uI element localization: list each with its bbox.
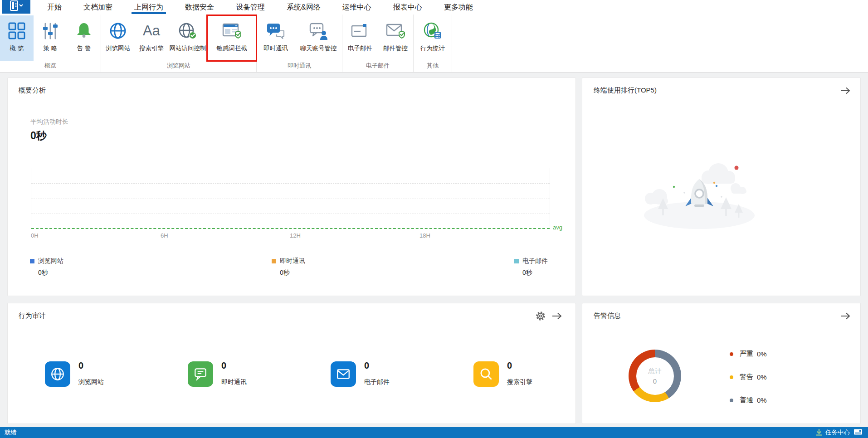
empty-state-illustration <box>625 153 775 236</box>
ribbon-item-search-engine[interactable]: Aa 搜索引擎 <box>135 15 168 61</box>
ribbon-item-site-access-control[interactable]: 网站访问控制 <box>168 15 207 61</box>
legend-value: 0秒 <box>38 269 63 277</box>
ribbon-item-sensitive-word-block[interactable]: 敏感词拦截 <box>207 15 256 61</box>
alarm-info-card: 告警信息 总计 0 严重 0% 警告 0% 普通 0% <box>582 303 861 424</box>
ribbon-group-overview: 概 览 策 略 <box>0 15 101 72</box>
arrow-right-icon[interactable] <box>551 311 563 321</box>
ribbon-item-email[interactable]: 电子邮件 <box>342 15 378 61</box>
menu-item-ops-center[interactable]: 运维中心 <box>332 0 382 15</box>
menu-item-system-network[interactable]: 系统&网络 <box>276 0 332 15</box>
ribbon-group-im: 即时通讯 聊天账号管控 即时通讯 <box>257 15 342 72</box>
ribbon-item-label: 敏感词拦截 <box>216 44 247 53</box>
legend-label: 电子邮件 <box>522 257 548 265</box>
mail-icon <box>350 19 370 43</box>
overview-card: 概要分析 平均活动时长 0秒 avg 0H 6H 12H 18H 浏览网站 0秒… <box>7 78 576 296</box>
legend-label: 严重 <box>740 350 753 358</box>
audit-card-title: 行为审计 <box>19 311 46 320</box>
top-menu-bar: 开始 文档加密 上网行为 数据安全 设备管理 系统&网络 运维中心 报表中心 更… <box>0 0 868 15</box>
menu-item-device-mgmt[interactable]: 设备管理 <box>225 0 276 15</box>
task-center-button[interactable]: 任务中心 <box>815 428 850 437</box>
ribbon-item-chat-account-control[interactable]: 聊天账号管控 <box>295 15 342 61</box>
alarm-legend-warning: 警告 0% <box>730 373 767 381</box>
ribbon-item-behavior-stats[interactable]: 行为统计 <box>414 15 452 61</box>
sliders-icon <box>41 19 59 43</box>
ribbon-group-label: 即时通讯 <box>257 61 342 73</box>
ribbon-group-other: 行为统计 其他 <box>414 15 452 72</box>
top5-ranking-card: 终端使用排行(TOP5) <box>582 78 861 296</box>
message-panel-icon[interactable] <box>853 428 863 437</box>
menu-item-data-security[interactable]: 数据安全 <box>174 0 225 15</box>
legend-dot <box>730 399 733 402</box>
grid-icon <box>8 19 26 43</box>
ribbon-item-mail-control[interactable]: 邮件管控 <box>378 15 413 61</box>
status-ready-text: 就绪 <box>5 428 17 437</box>
behavior-audit-card: 行为审计 0 浏览网站 <box>7 303 576 424</box>
globe-icon <box>109 19 127 43</box>
stat-search-engine: 0 搜索引擎 <box>473 361 532 387</box>
avg-activity-value: 0秒 <box>30 129 47 143</box>
arrow-right-icon[interactable] <box>839 311 851 321</box>
legend-value: 0秒 <box>280 269 305 277</box>
legend-label: 普通 <box>740 396 753 404</box>
menu-item-report-center[interactable]: 报表中心 <box>382 0 433 15</box>
main-menu: 开始 文档加密 上网行为 数据安全 设备管理 系统&网络 运维中心 报表中心 更… <box>36 0 484 15</box>
ribbon-item-label: 策 略 <box>44 44 58 53</box>
ribbon-item-label: 网站访问控制 <box>170 44 206 53</box>
menu-item-web-behavior[interactable]: 上网行为 <box>123 0 174 15</box>
legend-label: 浏览网站 <box>38 257 63 265</box>
stat-email: 0 电子邮件 <box>331 361 390 387</box>
legend-swatch <box>30 259 34 263</box>
stat-label: 电子邮件 <box>364 378 390 386</box>
ribbon-group-label: 概览 <box>0 61 101 73</box>
alarm-donut-chart: 总计 0 <box>629 350 681 402</box>
ribbon-item-label: 行为统计 <box>420 44 445 53</box>
globe-check-icon <box>178 19 198 43</box>
legend-label: 即时通讯 <box>280 257 305 265</box>
legend-pct: 0% <box>757 350 767 358</box>
download-icon <box>815 428 823 437</box>
mail-icon <box>331 361 356 387</box>
alarm-legend-critical: 严重 0% <box>730 350 767 358</box>
ribbon-item-label: 聊天账号管控 <box>300 44 337 53</box>
stat-value: 0 <box>364 360 390 371</box>
legend-pct: 0% <box>757 373 767 381</box>
legend-label: 警告 <box>740 373 753 381</box>
app-menu-button[interactable] <box>2 0 30 14</box>
menu-item-doc-encrypt[interactable]: 文档加密 <box>73 0 123 15</box>
stat-value: 0 <box>507 360 532 371</box>
search-icon <box>473 361 499 387</box>
ribbon-item-overview[interactable]: 概 览 <box>0 15 34 61</box>
stat-label: 即时通讯 <box>221 378 247 386</box>
chat-icon <box>188 361 213 387</box>
ribbon-item-instant-messaging[interactable]: 即时通讯 <box>257 15 295 61</box>
avg-line-label: avg <box>553 224 562 231</box>
alarm-card-title: 告警信息 <box>594 311 621 320</box>
font-icon: Aa <box>143 19 160 43</box>
activity-line-chart <box>31 168 550 229</box>
arrow-right-icon[interactable] <box>839 85 851 96</box>
legend-item: 电子邮件 0秒 <box>514 257 548 277</box>
globe-stats-icon <box>423 19 443 43</box>
ribbon-group-label: 其他 <box>414 61 452 73</box>
x-tick: 6H <box>161 232 168 239</box>
avg-reference-line <box>31 228 550 229</box>
stat-label: 搜索引擎 <box>507 378 532 386</box>
menu-item-more[interactable]: 更多功能 <box>433 0 484 15</box>
ribbon-group-label: 电子邮件 <box>342 61 413 73</box>
legend-dot <box>730 352 733 356</box>
ribbon-group-label: 浏览网站 <box>101 61 256 73</box>
overview-card-title: 概要分析 <box>19 86 46 95</box>
stat-label: 浏览网站 <box>78 378 104 386</box>
legend-value: 0秒 <box>522 269 548 277</box>
ribbon-item-label: 概 览 <box>10 44 24 53</box>
ribbon-item-alert[interactable]: 告 警 <box>67 15 101 61</box>
ribbon-group-web: 浏览网站 Aa 搜索引擎 网站访问控制 <box>101 15 257 72</box>
x-tick: 18H <box>419 232 430 239</box>
ribbon-item-policy[interactable]: 策 略 <box>34 15 67 61</box>
menu-item-start[interactable]: 开始 <box>36 0 73 15</box>
ribbon-item-label: 邮件管控 <box>383 44 408 53</box>
globe-icon <box>45 361 70 387</box>
ribbon-item-browse-site[interactable]: 浏览网站 <box>101 15 135 61</box>
top5-card-title: 终端使用排行(TOP5) <box>594 86 657 95</box>
gear-icon[interactable] <box>535 311 546 321</box>
